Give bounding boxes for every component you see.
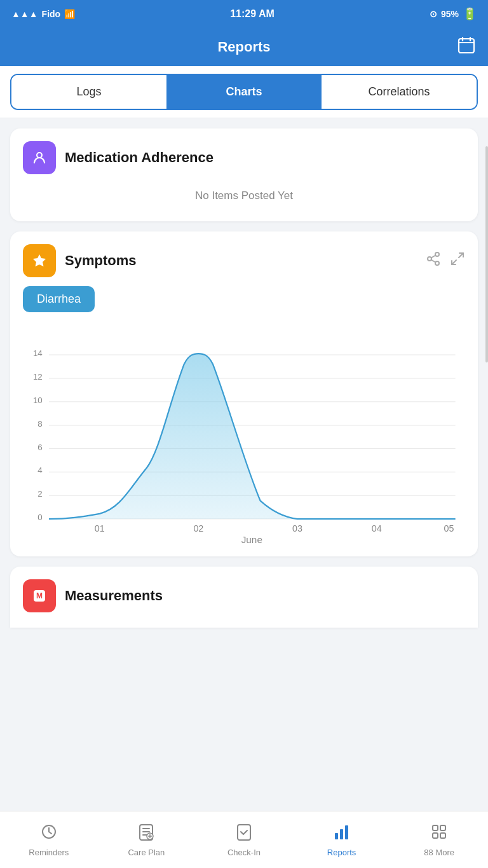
- bottom-nav: Reminders Care Plan Check-In: [0, 811, 488, 868]
- svg-text:June: June: [241, 534, 262, 544]
- svg-text:6: 6: [37, 443, 42, 452]
- signal-icon: ▲▲▲: [11, 9, 38, 19]
- svg-text:8: 8: [37, 419, 42, 429]
- svg-rect-53: [433, 833, 438, 838]
- svg-text:05: 05: [444, 523, 454, 534]
- svg-rect-48: [335, 833, 338, 839]
- svg-line-9: [431, 260, 436, 263]
- nav-care-plan[interactable]: Care Plan: [98, 818, 196, 862]
- svg-text:04: 04: [372, 523, 382, 534]
- svg-rect-49: [340, 829, 343, 839]
- nav-more[interactable]: 88 More: [390, 818, 488, 862]
- status-time: 11:29 AM: [230, 8, 274, 20]
- header: Reports: [0, 28, 488, 66]
- svg-text:01: 01: [95, 523, 105, 534]
- svg-line-10: [431, 256, 436, 258]
- svg-rect-52: [440, 825, 445, 830]
- svg-rect-51: [433, 825, 438, 830]
- medication-header: Medication Adherence: [23, 141, 465, 174]
- svg-text:4: 4: [37, 465, 42, 475]
- measurements-card: M Measurements: [10, 567, 478, 628]
- svg-line-12: [452, 260, 456, 265]
- check-in-label: Check-In: [227, 848, 261, 857]
- tab-correlations[interactable]: Correlations: [322, 75, 477, 109]
- svg-point-8: [435, 261, 439, 265]
- svg-text:10: 10: [33, 396, 43, 405]
- measurements-icon: M: [23, 579, 56, 612]
- tabs-container: Logs Charts Correlations: [0, 66, 488, 118]
- svg-text:M: M: [36, 591, 43, 600]
- status-left: ▲▲▲ Fido 📶: [11, 9, 75, 19]
- svg-rect-47: [238, 825, 250, 840]
- tab-bar: Logs Charts Correlations: [10, 74, 478, 110]
- symptom-tag[interactable]: Diarrhea: [23, 286, 465, 322]
- more-label: 88 More: [424, 848, 454, 857]
- symptoms-header: Symptoms: [23, 244, 465, 277]
- status-bar: ▲▲▲ Fido 📶 11:29 AM ⊙ 95% 🔋: [0, 0, 488, 28]
- svg-text:2: 2: [37, 489, 42, 499]
- svg-text:14: 14: [33, 348, 43, 358]
- svg-line-39: [49, 832, 51, 834]
- svg-text:03: 03: [292, 523, 302, 534]
- reminders-label: Reminders: [29, 848, 69, 857]
- svg-text:0: 0: [37, 513, 42, 522]
- measurements-title: Measurements: [65, 588, 163, 604]
- svg-line-11: [459, 253, 463, 258]
- status-right: ⊙ 95% 🔋: [430, 7, 477, 21]
- svg-rect-50: [345, 825, 348, 839]
- care-plan-icon: [137, 823, 155, 845]
- medication-empty-message: No Items Posted Yet: [23, 183, 465, 209]
- symptoms-title: Symptoms: [65, 252, 136, 269]
- measurements-header: M Measurements: [23, 579, 465, 612]
- tab-logs[interactable]: Logs: [11, 75, 166, 109]
- carrier-name: Fido: [42, 9, 61, 19]
- battery-percent: 95%: [441, 9, 459, 19]
- nav-check-in[interactable]: Check-In: [195, 818, 293, 862]
- svg-point-7: [428, 257, 431, 261]
- svg-text:12: 12: [33, 372, 43, 382]
- symptoms-chart: 0 2 4 6 8 10 12 14: [23, 327, 465, 544]
- reports-label: Reports: [327, 848, 356, 857]
- svg-rect-54: [440, 833, 445, 838]
- main-content: Medication Adherence No Items Posted Yet…: [0, 118, 488, 638]
- expand-icon[interactable]: [450, 251, 465, 270]
- nav-reports[interactable]: Reports: [293, 818, 391, 862]
- symptoms-card: Symptoms: [10, 231, 478, 556]
- svg-point-6: [435, 252, 439, 256]
- care-plan-label: Care Plan: [128, 848, 165, 857]
- share-icon[interactable]: [426, 251, 441, 270]
- check-in-icon: [235, 823, 253, 845]
- battery-icon: 🔋: [463, 7, 477, 21]
- page-title: Reports: [217, 39, 270, 55]
- svg-point-5: [37, 153, 41, 157]
- medication-title: Medication Adherence: [65, 149, 214, 166]
- calendar-button[interactable]: [458, 36, 475, 58]
- symptoms-actions: [426, 251, 465, 270]
- symptoms-icon: [23, 244, 56, 277]
- more-icon: [430, 823, 448, 845]
- reminders-icon: [40, 823, 58, 845]
- scrollbar[interactable]: [485, 146, 488, 362]
- medication-icon: [23, 141, 56, 174]
- medication-adherence-card: Medication Adherence No Items Posted Yet: [10, 128, 478, 221]
- location-icon: ⊙: [430, 9, 437, 19]
- reports-icon: [333, 823, 351, 845]
- tab-charts[interactable]: Charts: [166, 75, 322, 109]
- svg-rect-0: [459, 39, 474, 53]
- svg-text:02: 02: [193, 523, 203, 534]
- wifi-icon: 📶: [64, 9, 75, 19]
- nav-reminders[interactable]: Reminders: [0, 818, 98, 862]
